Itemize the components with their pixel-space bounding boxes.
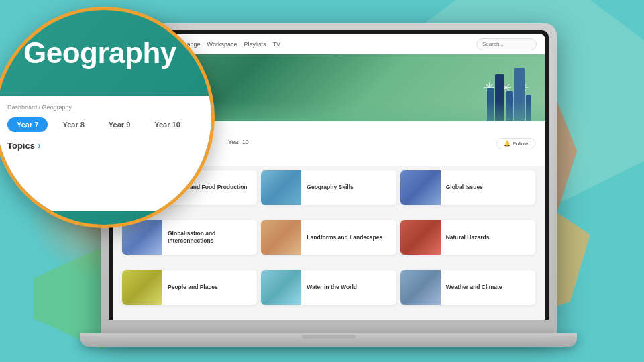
topic-name-natural-hazards: Natural Hazards [446,234,530,241]
topic-thumb-natural [400,220,441,255]
topic-name-globalisation: Globalisation and Interconnections [168,230,252,245]
topic-card-people[interactable]: People and Places [122,270,257,305]
nav-workspace[interactable]: Workspace [207,41,237,48]
topic-card-natural-hazards[interactable]: Natural Hazards [400,220,535,255]
topic-thumb-landforms [261,220,301,255]
circle-content: Dashboard / Geography Year 7 Year 8 Year… [0,96,211,211]
topic-thumb-weather [400,270,441,305]
search-area [476,38,537,50]
topic-card-globalisation[interactable]: Globalisation and Interconnections [122,220,257,255]
topic-name-weather: Weather and Climate [446,284,530,291]
nav-playlists[interactable]: Playlists [244,41,266,48]
topic-card-landforms[interactable]: Landforms and Landscapes [261,220,396,255]
topic-info-geo-skills: Geography Skills [301,184,396,191]
search-input[interactable] [476,38,537,50]
topic-thumb-geo-skills [261,170,301,205]
topic-name-water: Water in the World [307,284,390,291]
topic-thumb-people [122,270,162,305]
topic-name-people: People and Places [168,284,252,291]
circle-title: Geography [23,37,191,69]
chevron-right-circle-icon: › [38,140,41,151]
nav-tv[interactable]: TV [272,41,280,48]
circle-year-tab-8[interactable]: Year 8 [53,117,93,132]
circle-year-tab-7[interactable]: Year 7 [7,117,48,132]
year-tab-10[interactable]: Year 10 [222,137,255,147]
circle-year-tabs: Year 7 Year 8 Year 9 Year 10 [7,117,201,132]
topic-info-landforms: Landforms and Landscapes [301,234,396,241]
topic-name-global-issues: Global Issues [446,184,530,191]
topic-card-water[interactable]: Water in the World [261,270,396,305]
topic-thumb-globalisation [122,220,162,255]
circle-breadcrumb: Dashboard / Geography [7,104,201,111]
circle-topics: Topics › [7,140,201,151]
circle-topics-label[interactable]: Topics [7,141,35,151]
topic-info-people: People and Places [162,284,257,291]
topic-card-global-issues[interactable]: Global Issues [400,170,535,205]
follow-label: Follow [513,141,528,147]
topic-name-geo-skills: Geography Skills [307,184,390,191]
topic-thumb-global [400,170,441,205]
topic-info-natural-hazards: Natural Hazards [441,234,535,241]
circle-year-tab-10[interactable]: Year 10 [145,117,190,132]
topic-info-water: Water in the World [301,284,396,291]
bell-icon: 🔔 [504,141,511,147]
follow-button[interactable]: 🔔 Follow [496,138,535,149]
circle-year-tab-9[interactable]: Year 9 [99,117,140,132]
topic-info-global-issues: Global Issues [441,184,535,191]
circle-callout: Geography Dashboard / Geography Year 7 Y… [0,7,215,228]
topic-name-landforms: Landforms and Landscapes [307,234,390,241]
topic-thumb-water [261,270,301,305]
topic-info-weather: Weather and Climate [441,284,535,291]
laptop-base [80,333,577,347]
topic-info-globalisation: Globalisation and Interconnections [162,230,257,245]
topic-card-weather[interactable]: Weather and Climate [400,270,535,305]
topic-card-geo-skills[interactable]: Geography Skills [261,170,396,205]
